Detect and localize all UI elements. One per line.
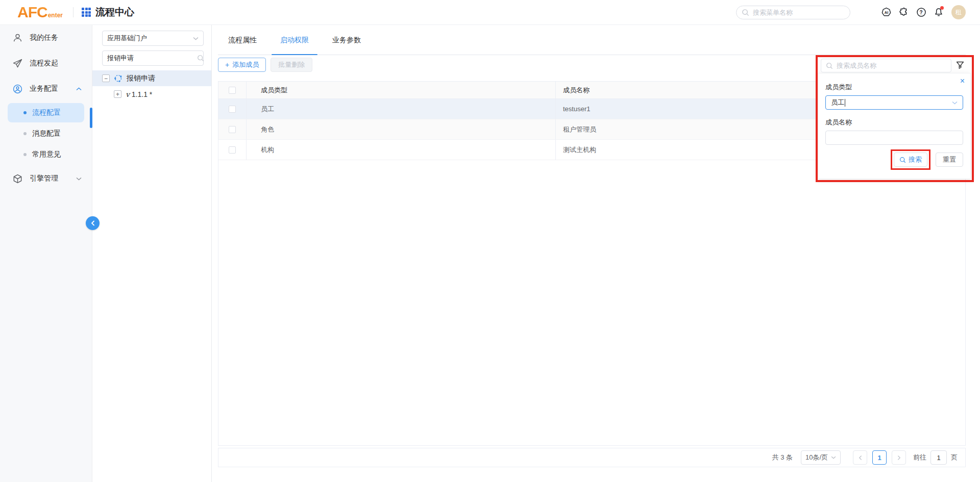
- member-filter-panel: × 成员类型 员工 成员名称 搜索 重置: [818, 73, 971, 179]
- app-select-value: 应用基础门户: [107, 34, 193, 43]
- sidebar-subitem-message-config[interactable]: 消息配置: [8, 124, 84, 143]
- notification-dot: [940, 6, 944, 10]
- member-filter-search-box[interactable]: [821, 59, 951, 72]
- cube-icon: [13, 174, 22, 184]
- goto-label: 前往: [913, 453, 926, 462]
- expand-node-icon[interactable]: +: [114, 90, 121, 98]
- menu-search-input[interactable]: [753, 9, 845, 16]
- ai-assistant-icon[interactable]: AI: [881, 7, 892, 18]
- user-avatar[interactable]: 租: [951, 5, 966, 19]
- filter-reset-button[interactable]: 重置: [936, 153, 963, 167]
- row-checkbox[interactable]: [229, 126, 236, 133]
- header-divider: [73, 7, 74, 17]
- apps-grid-icon[interactable]: [82, 8, 91, 17]
- search-icon: [742, 9, 749, 16]
- text-cursor: [845, 99, 845, 107]
- menu-search-box[interactable]: [736, 6, 850, 19]
- notification-bell-icon[interactable]: [933, 7, 944, 18]
- sidebar-item-label: 我的任务: [30, 33, 58, 42]
- chevron-down-icon: [952, 101, 958, 105]
- add-member-label: 添加成员: [232, 60, 259, 69]
- page-size-value: 10条/页: [805, 453, 828, 462]
- page-size-select[interactable]: 10条/页: [801, 450, 841, 465]
- tab-start-permissions[interactable]: 启动权限: [279, 36, 310, 55]
- filter-search-label: 搜索: [909, 155, 922, 164]
- help-icon[interactable]: ?: [916, 7, 926, 18]
- member-filter-search-input[interactable]: [837, 62, 946, 69]
- page-title: 流程中心: [95, 6, 134, 19]
- chevron-up-icon: [76, 87, 82, 91]
- plus-icon: +: [225, 61, 229, 69]
- tree-node-label: 报销申请: [127, 74, 155, 83]
- tree-node-version[interactable]: + v 1.1.1 *: [92, 86, 211, 102]
- search-icon[interactable]: [197, 55, 204, 62]
- user-icon: [13, 33, 22, 43]
- cell-member-type: 机构: [247, 140, 556, 160]
- send-icon: [13, 59, 22, 68]
- member-type-label: 成员类型: [825, 83, 963, 92]
- sidebar-subitem-label: 常用意见: [32, 150, 61, 159]
- member-type-select[interactable]: 员工: [825, 95, 963, 110]
- column-header-member-type: 成员类型: [247, 82, 556, 98]
- member-name-label: 成员名称: [825, 118, 963, 127]
- row-checkbox[interactable]: [229, 106, 236, 113]
- sidebar-item-engine-management[interactable]: 引擎管理: [0, 166, 92, 191]
- row-checkbox[interactable]: [229, 146, 236, 154]
- sidebar-item-label: 流程发起: [30, 59, 58, 68]
- page-unit-label: 页: [951, 453, 958, 462]
- tab-process-properties[interactable]: 流程属性: [227, 36, 258, 55]
- sidebar-subitem-label: 消息配置: [32, 129, 61, 138]
- search-button-annotation: 搜索: [891, 149, 930, 170]
- close-icon[interactable]: ×: [960, 77, 965, 85]
- goto-page-input[interactable]: [930, 450, 947, 465]
- member-type-value: 员工: [831, 98, 844, 107]
- sidebar-item-label: 业务配置: [30, 84, 58, 93]
- sidebar-subitem-label: 流程配置: [32, 108, 61, 117]
- chevron-down-icon: [831, 456, 836, 459]
- logo-subtext: enter: [48, 12, 63, 19]
- sidebar-item-my-tasks[interactable]: 我的任务: [0, 25, 92, 50]
- tree-node-root[interactable]: − 报销申请: [92, 70, 211, 86]
- chevron-down-icon: [193, 37, 199, 40]
- header-right: AI ? 租: [736, 5, 980, 19]
- header-checkbox-cell: [218, 82, 247, 98]
- page-number-button[interactable]: 1: [872, 450, 887, 465]
- pagination-bar: 共 3 条 10条/页 1 前往 页: [218, 448, 966, 467]
- top-header: AFC enter 流程中心 AI ? 租: [0, 0, 980, 25]
- app-logo: AFC enter: [17, 4, 63, 21]
- collapse-node-icon[interactable]: −: [102, 74, 110, 82]
- search-icon: [826, 62, 833, 69]
- bullet-dot-icon: [23, 111, 27, 114]
- sidebar-item-business-config[interactable]: 业务配置: [0, 76, 92, 102]
- filter-funnel-icon[interactable]: [955, 61, 966, 71]
- batch-delete-label: 批量删除: [278, 60, 305, 69]
- tree-search-box[interactable]: [102, 50, 204, 66]
- sidebar-item-label: 引擎管理: [30, 174, 58, 183]
- prev-page-button[interactable]: [853, 450, 867, 465]
- chevron-down-icon: [76, 177, 82, 181]
- filter-search-button[interactable]: 搜索: [894, 153, 927, 167]
- batch-delete-button[interactable]: 批量删除: [271, 58, 312, 72]
- sidebar-collapse-toggle[interactable]: [86, 216, 100, 230]
- bullet-dot-icon: [23, 153, 27, 156]
- next-page-button[interactable]: [892, 450, 906, 465]
- sidebar-subitem-process-config[interactable]: 流程配置: [8, 103, 84, 122]
- filter-buttons-row: 搜索 重置: [825, 149, 963, 170]
- cell-member-type: 角色: [247, 119, 556, 139]
- logo-text: AFC: [17, 4, 47, 21]
- tree-node-label: v 1.1.1 *: [126, 90, 152, 98]
- bullet-dot-icon: [23, 132, 27, 135]
- sidebar-subitem-common-opinions[interactable]: 常用意见: [8, 145, 84, 164]
- tab-business-params[interactable]: 业务参数: [331, 36, 362, 55]
- plugin-icon[interactable]: [898, 7, 909, 18]
- select-all-checkbox[interactable]: [229, 87, 236, 94]
- app-select[interactable]: 应用基础门户: [102, 31, 204, 46]
- process-icon: [114, 74, 122, 83]
- member-name-input[interactable]: [825, 131, 963, 145]
- left-sidebar: 我的任务 流程发起 业务配置 流程配置 消息配置 常用意见 引擎管理: [0, 25, 92, 482]
- filter-reset-label: 重置: [943, 155, 956, 164]
- cell-member-type: 员工: [247, 99, 556, 119]
- add-member-button[interactable]: + 添加成员: [218, 58, 266, 72]
- sidebar-item-process-start[interactable]: 流程发起: [0, 50, 92, 76]
- tree-search-input[interactable]: [107, 55, 197, 62]
